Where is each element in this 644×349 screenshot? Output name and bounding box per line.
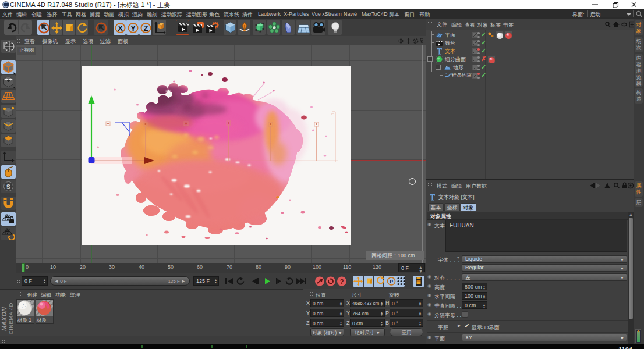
svg-text:?: ? [340, 278, 344, 285]
svg-text:S: S [6, 183, 10, 190]
svg-text:X: X [118, 24, 123, 33]
svg-text:Z: Z [144, 24, 148, 33]
svg-text:Y: Y [130, 24, 136, 33]
svg-text:P: P [390, 279, 393, 284]
